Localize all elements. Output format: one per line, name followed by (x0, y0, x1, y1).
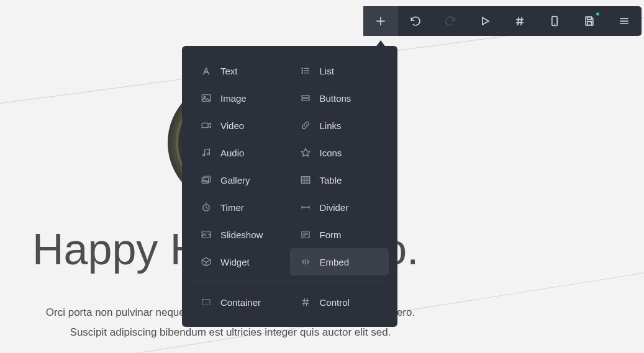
menu-item-control[interactable]: Control (290, 288, 389, 316)
plus-icon (374, 15, 387, 27)
widget-icon (201, 256, 212, 267)
table-icon (300, 174, 311, 185)
svg-point-30 (302, 73, 303, 74)
menu-item-label: Buttons (320, 93, 381, 104)
play-button[interactable] (468, 6, 502, 36)
menu-item-embed[interactable]: Embed (290, 248, 389, 275)
svg-line-46 (305, 259, 306, 265)
menu-item-timer[interactable]: Timer (182, 194, 285, 221)
add-element-popover: Text Image Video Audio Gallery Timer (182, 46, 397, 327)
menu-item-label: Table (320, 175, 381, 185)
phone-icon (548, 15, 561, 27)
menu-item-image[interactable]: Image (182, 84, 285, 112)
menu-item-text[interactable]: Text (182, 57, 285, 84)
svg-marker-4 (483, 17, 489, 25)
play-icon (479, 15, 491, 27)
svg-point-20 (207, 153, 209, 155)
hash-icon (514, 15, 526, 27)
menu-item-label: Form (320, 230, 381, 240)
links-icon (300, 120, 311, 131)
svg-rect-12 (587, 22, 592, 25)
svg-rect-47 (202, 300, 210, 305)
menu-item-video[interactable]: Video (182, 112, 285, 139)
menu-item-widget[interactable]: Widget (182, 248, 285, 275)
add-button[interactable] (363, 6, 398, 36)
text-icon (201, 65, 212, 76)
menu-item-label: Container (220, 297, 276, 308)
menu-item-container[interactable]: Container (182, 288, 285, 316)
embed-icon (300, 256, 311, 267)
menu-item-label: List (320, 66, 381, 76)
form-icon (300, 229, 311, 240)
divider-icon (300, 202, 311, 213)
gallery-icon (201, 174, 212, 185)
menu-item-label: Icons (320, 148, 381, 158)
menu-item-links[interactable]: Links (290, 112, 389, 139)
menu-item-divider[interactable]: Divider (290, 194, 389, 221)
menu-item-buttons[interactable]: Buttons (290, 84, 389, 112)
icons-icon (300, 147, 311, 158)
control-icon (300, 297, 311, 308)
svg-rect-34 (301, 177, 310, 184)
menu-item-label: Image (220, 93, 276, 104)
menu-item-icons[interactable]: Icons (290, 139, 389, 166)
menu-item-label: Video (220, 120, 276, 131)
menu-item-list[interactable]: List (290, 57, 389, 84)
undo-icon (409, 15, 422, 27)
editor-toolbar (363, 6, 642, 36)
unsaved-indicator-dot (596, 12, 599, 16)
list-icon (300, 65, 311, 76)
svg-line-50 (304, 298, 305, 306)
menu-item-table[interactable]: Table (290, 166, 389, 194)
menu-item-gallery[interactable]: Gallery (182, 166, 285, 194)
menu-item-label: Widget (220, 257, 276, 267)
redo-button[interactable] (433, 6, 468, 36)
svg-rect-11 (587, 17, 592, 19)
buttons-icon (300, 92, 311, 104)
container-icon (201, 297, 212, 308)
menu-item-label: Audio (220, 148, 276, 158)
menu-item-label: Text (220, 66, 276, 76)
menu-item-label: Slideshow (220, 230, 276, 240)
svg-line-8 (521, 17, 522, 25)
redo-icon (444, 15, 456, 27)
svg-point-26 (302, 68, 303, 69)
menu-item-audio[interactable]: Audio (182, 139, 285, 166)
add-menu-right-column: List Buttons Links Icons Table Divider (290, 57, 398, 275)
svg-line-51 (306, 298, 307, 306)
image-icon (201, 92, 212, 104)
menu-item-slideshow[interactable]: Slideshow (182, 221, 285, 248)
popover-arrow (375, 40, 386, 48)
menu-icon (618, 15, 630, 27)
menu-item-label: Links (320, 120, 381, 131)
add-menu-left-column: Text Image Video Audio Gallery Timer (182, 57, 290, 275)
audio-icon (201, 147, 212, 158)
menu-item-label: Gallery (220, 175, 276, 185)
svg-point-28 (302, 70, 303, 71)
svg-point-17 (204, 96, 205, 97)
undo-button[interactable] (398, 6, 433, 36)
menu-item-label: Embed (320, 257, 381, 267)
menu-item-label: Timer (220, 202, 276, 213)
timer-icon (201, 202, 212, 213)
popover-divider (194, 282, 385, 282)
menu-item-form[interactable]: Form (290, 221, 389, 248)
menu-item-label: Control (320, 297, 381, 308)
menu-item-label: Divider (320, 202, 381, 213)
svg-rect-33 (302, 99, 309, 101)
svg-line-7 (518, 17, 519, 25)
grid-button[interactable] (502, 6, 537, 36)
save-button[interactable] (572, 6, 607, 36)
mobile-preview-button[interactable] (537, 6, 572, 36)
svg-point-19 (203, 154, 205, 156)
save-icon (583, 15, 596, 27)
slideshow-icon (201, 229, 212, 240)
svg-rect-32 (302, 96, 309, 98)
menu-button[interactable] (607, 6, 642, 36)
svg-rect-18 (202, 123, 208, 128)
video-icon (201, 120, 212, 131)
